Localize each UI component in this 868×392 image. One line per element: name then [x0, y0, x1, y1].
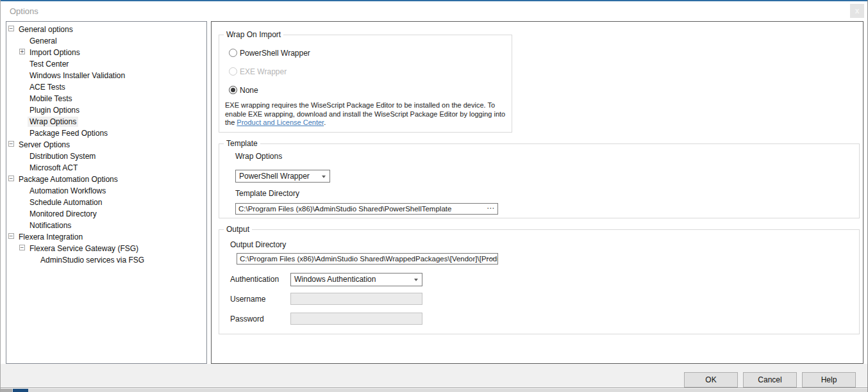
- tree-item-label[interactable]: Distribution System: [28, 151, 97, 161]
- tree-item-label[interactable]: Monitored Directory: [28, 209, 99, 219]
- tree-item-label[interactable]: Microsoft ACT: [28, 163, 79, 173]
- tree-item-server-options[interactable]: −Server Options: [6, 139, 206, 151]
- username-field: [290, 293, 422, 305]
- dropdown-value: Windows Authentication: [294, 275, 376, 284]
- ok-button[interactable]: OK: [684, 372, 738, 388]
- tree-item-label[interactable]: Schedule Automation: [28, 197, 104, 208]
- tree-item-label[interactable]: Server Options: [17, 140, 72, 150]
- expand-icon[interactable]: +: [19, 49, 25, 54]
- settings-panel: Wrap On Import PowerShell Wrapper EXE Wr…: [211, 21, 864, 364]
- collapse-icon[interactable]: −: [8, 26, 14, 31]
- titlebar[interactable]: Options x: [1, 1, 867, 21]
- dropdown-value: PowerShell Wrapper: [239, 172, 310, 181]
- tree-item-ace-tests[interactable]: ACE Tests: [6, 81, 206, 93]
- authentication-label: Authentication: [230, 275, 279, 284]
- cancel-button[interactable]: Cancel: [743, 372, 797, 388]
- browse-ellipsis-button[interactable]: ⋯: [487, 204, 495, 213]
- taskbar-app-icon: [13, 389, 28, 392]
- note-suffix: .: [324, 118, 326, 126]
- options-dialog: Options x −General optionsGeneral+Import…: [0, 0, 868, 392]
- tree-item-label[interactable]: Wrap Options: [28, 117, 78, 127]
- tree-item-label[interactable]: Import Options: [28, 47, 82, 58]
- close-icon[interactable]: x: [850, 4, 864, 18]
- exe-wrapping-note: EXE wrapping requires the WiseScript Pac…: [225, 101, 512, 127]
- wrap-options-label: Wrap Options: [235, 152, 282, 161]
- chevron-down-icon: [414, 279, 418, 281]
- tree-item-label[interactable]: ACE Tests: [28, 82, 67, 92]
- taskbar-fragment: [1, 389, 12, 392]
- collapse-icon[interactable]: −: [8, 176, 14, 181]
- tree-item-plugin-options[interactable]: Plugin Options: [6, 104, 206, 116]
- template-directory-input[interactable]: C:\Program Files (x86)\AdminStudio Share…: [235, 203, 498, 215]
- tree-item-general[interactable]: General: [6, 35, 206, 47]
- path-value: C:\Program Files (x86)\AdminStudio Share…: [238, 205, 451, 213]
- tree-item-monitored-directory[interactable]: Monitored Directory: [6, 208, 206, 220]
- tree-item-label[interactable]: Plugin Options: [28, 105, 81, 115]
- collapse-icon[interactable]: −: [19, 245, 25, 250]
- options-tree[interactable]: −General optionsGeneral+Import OptionsTe…: [6, 21, 207, 364]
- help-button[interactable]: Help: [802, 372, 856, 388]
- radio-label: PowerShell Wrapper: [240, 49, 310, 58]
- tree-item-label[interactable]: Package Feed Options: [28, 128, 110, 138]
- tree-item-schedule-automation[interactable]: Schedule Automation: [6, 197, 206, 208]
- tree-item-adminstudio-services-via-fsg[interactable]: AdminStudio services via FSG: [6, 254, 206, 266]
- tree-item-label[interactable]: Notifications: [28, 220, 73, 231]
- chevron-down-icon: [322, 176, 326, 178]
- tree-item-label[interactable]: Automation Workflows: [28, 186, 108, 196]
- tree-item-label[interactable]: Mobile Tests: [28, 94, 74, 104]
- wrap-options-dropdown[interactable]: PowerShell Wrapper: [235, 170, 330, 183]
- output-directory-label: Output Directory: [230, 240, 286, 249]
- output-group: Output Output Directory C:\Program Files…: [219, 229, 860, 334]
- tree-item-package-feed-options[interactable]: Package Feed Options: [6, 127, 206, 139]
- tree-item-test-center[interactable]: Test Center: [6, 58, 206, 70]
- tree-item-label[interactable]: Test Center: [28, 59, 71, 69]
- password-label: Password: [230, 314, 264, 323]
- wrap-on-import-group: Wrap On Import PowerShell Wrapper EXE Wr…: [219, 35, 512, 133]
- tree-item-windows-installer-validation[interactable]: Windows Installer Validation: [6, 70, 206, 81]
- path-value: C:\Program Files (x86)\AdminStudio Share…: [240, 255, 498, 263]
- template-directory-label: Template Directory: [235, 189, 299, 198]
- group-title: Template: [224, 139, 260, 148]
- tree-item-label[interactable]: Windows Installer Validation: [28, 70, 127, 81]
- collapse-icon[interactable]: −: [8, 141, 14, 147]
- tree-item-flexera-service-gateway-fsg[interactable]: −Flexera Service Gateway (FSG): [6, 243, 206, 254]
- tree-item-label[interactable]: Flexera Service Gateway (FSG): [28, 243, 140, 254]
- radio-disabled-icon: [229, 67, 237, 76]
- tree-item-label[interactable]: Flexera Integration: [17, 232, 85, 242]
- tree-item-wrap-options[interactable]: Wrap Options: [6, 116, 206, 127]
- tree-item-import-options[interactable]: +Import Options: [6, 47, 206, 58]
- authentication-dropdown[interactable]: Windows Authentication: [290, 273, 422, 286]
- tree-item-label[interactable]: General options: [17, 24, 75, 35]
- tree-item-flexera-integration[interactable]: −Flexera Integration: [6, 231, 206, 243]
- username-label: Username: [230, 295, 265, 304]
- dialog-footer: OK Cancel Help: [1, 364, 867, 388]
- tree-item-label[interactable]: General: [28, 36, 59, 46]
- output-directory-input[interactable]: C:\Program Files (x86)\AdminStudio Share…: [237, 253, 498, 265]
- tree-item-general-options[interactable]: −General options: [6, 24, 206, 35]
- window-title: Options: [10, 6, 38, 16]
- browse-ellipsis-button[interactable]: ⋯: [487, 254, 495, 263]
- tree-item-notifications[interactable]: Notifications: [6, 220, 206, 231]
- product-license-center-link[interactable]: Product and License Center: [237, 118, 324, 126]
- radio-label: EXE Wrapper: [240, 67, 287, 76]
- tree-item-label[interactable]: AdminStudio services via FSG: [38, 255, 146, 265]
- tree-item-distribution-system[interactable]: Distribution System: [6, 151, 206, 162]
- collapse-icon[interactable]: −: [8, 233, 14, 239]
- tree-item-automation-workflows[interactable]: Automation Workflows: [6, 185, 206, 197]
- tree-item-mobile-tests[interactable]: Mobile Tests: [6, 93, 206, 104]
- password-field: [290, 313, 422, 325]
- tree-item-package-automation-options[interactable]: −Package Automation Options: [6, 174, 206, 185]
- group-title: Output: [224, 225, 252, 234]
- radio-checked-icon[interactable]: [229, 86, 237, 94]
- group-title: Wrap On Import: [224, 30, 283, 39]
- radio-label: None: [240, 86, 258, 95]
- taskbar-sliver: [1, 389, 867, 392]
- template-group: Template Wrap Options PowerShell Wrapper…: [219, 143, 860, 218]
- tree-item-microsoft-act[interactable]: Microsoft ACT: [6, 162, 206, 174]
- radio-unchecked-icon[interactable]: [229, 49, 237, 57]
- tree-item-label[interactable]: Package Automation Options: [17, 174, 120, 184]
